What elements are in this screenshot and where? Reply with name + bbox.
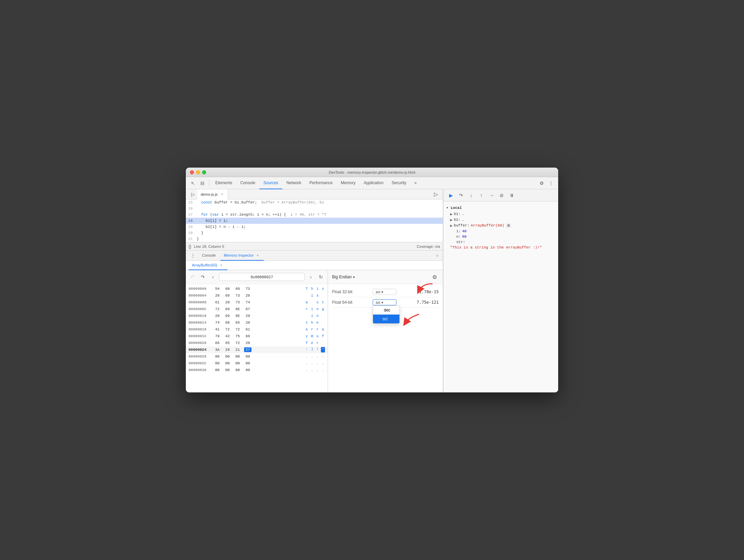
array-buffer-tab-bar: ArrayBuffer(60) ×	[186, 261, 443, 270]
endian-selector[interactable]: Big Endian ▾	[332, 275, 355, 279]
pause-button[interactable]: ⏸	[507, 191, 517, 200]
code-line-20: 20 }	[186, 230, 443, 236]
sources-panel-icon[interactable]: ▷	[189, 190, 197, 199]
float64-format-select[interactable]: sci ▾	[373, 299, 396, 305]
file-tab[interactable]: demo-js.js ×	[197, 189, 228, 199]
scope-b2: ▶ b2: …	[446, 217, 555, 223]
address-input[interactable]	[219, 273, 305, 281]
nav-forward-button[interactable]: ↷	[199, 273, 207, 281]
tab-network[interactable]: Network	[282, 177, 305, 189]
array-buffer-tab[interactable]: ArrayBuffer(60) ×	[189, 261, 227, 270]
scope-i: i: 40	[446, 229, 555, 234]
float32-chevron: ▾	[381, 290, 383, 294]
hex-row-18: 00000018 41 72 72 61 A	[186, 326, 328, 333]
step-button[interactable]: →	[487, 191, 496, 200]
hex-row-30: 00000030 00 00 00 00 .	[186, 367, 328, 373]
nav-back-button[interactable]: ↶	[189, 273, 197, 281]
cursor-position: Line 18, Column 5	[194, 244, 224, 249]
hex-row-14: 00000014 74 68 65 20 t	[186, 319, 328, 326]
bottom-panel: ⋮ Console Memory Inspector × ×	[186, 250, 443, 392]
separator	[209, 180, 209, 187]
bottom-panel-toggle[interactable]: ⋮	[189, 251, 197, 260]
hex-row-4: 00000004 20 69 73 20	[186, 292, 328, 299]
tab-sources[interactable]: Sources	[259, 177, 282, 189]
tab-console[interactable]: Console	[236, 177, 259, 189]
tab-application[interactable]: Application	[359, 177, 388, 189]
hex-row-1c: 0000001C 79 42 75 66 y	[186, 333, 328, 340]
resume-button[interactable]: ▶	[446, 191, 456, 200]
bottom-panel-close[interactable]: ×	[435, 253, 440, 258]
inspector-toolbar: Big Endian ▾ ⚙	[328, 270, 443, 284]
option-dec[interactable]: dec	[373, 306, 399, 315]
main-content: ▷ demo-js.js × ▷ 15 const buffer = b1.bu…	[186, 189, 558, 392]
tab-memory[interactable]: Memory	[337, 177, 359, 189]
hex-row-2c: 0000002C 00 00 00 00 .	[186, 360, 328, 367]
tab-more[interactable]: »	[410, 177, 421, 189]
hex-row-10: 00000010 20 69 6E 20	[186, 313, 328, 319]
hex-row-0: 00000000 54 68 69 73 T	[186, 285, 328, 292]
status-bar: {} Line 18, Column 5 Coverage: n/a	[186, 242, 443, 250]
tab-elements[interactable]: Elements	[211, 177, 236, 189]
step-into-button[interactable]: ↓	[466, 191, 476, 200]
device-icon[interactable]: ⊟	[198, 179, 207, 188]
code-editor: 15 const buffer = b1.buffer; buffer = Ar…	[186, 199, 443, 242]
nav-prev-button[interactable]: ‹	[209, 273, 217, 281]
filename: demo-js.js	[201, 192, 218, 196]
expand-b2[interactable]: ▶	[450, 218, 453, 222]
minimize-button[interactable]	[196, 170, 200, 174]
refresh-button[interactable]: ↻	[317, 273, 325, 281]
float32-format-select[interactable]: sci ▾	[373, 289, 396, 295]
run-snippet-button[interactable]: ▷	[432, 190, 440, 198]
close-button[interactable]	[190, 170, 194, 174]
more-options-icon[interactable]: ⋮	[547, 179, 555, 188]
left-panel: ▷ demo-js.js × ▷ 15 const buffer = b1.bu…	[186, 189, 443, 392]
hex-row-c: 0000000C 72 69 6E 67 r	[186, 306, 328, 313]
code-line-18: 18 b1[i] = i;	[186, 218, 443, 224]
coverage-status: Coverage: n/a	[417, 244, 440, 249]
float32-format: sci ▾	[373, 289, 396, 295]
step-over-button[interactable]: ↷	[456, 191, 466, 200]
inspector-settings-button[interactable]: ⚙	[431, 273, 439, 281]
hex-row-24: 00000024 3A 29 21 27 :	[186, 346, 328, 353]
devtools: ↖ ⊟ Elements Console Sources Network Per…	[186, 177, 558, 392]
hex-rows: 00000000 54 68 69 73 T	[186, 284, 328, 392]
float64-row: Float 64-bit sci ▾	[332, 297, 439, 308]
cursor-icon[interactable]: ↖	[189, 179, 197, 188]
hex-row-28: 00000028 00 00 00 00 .	[186, 353, 328, 360]
browser-window: DevTools - memory-inspector.glitch.me/de…	[186, 168, 558, 392]
expand-buffer[interactable]: ▶	[450, 223, 453, 228]
tab-console-bottom[interactable]: Console	[199, 251, 219, 261]
hex-nav: ↶ ↷ ‹ › ↻	[186, 270, 328, 284]
tab-performance[interactable]: Performance	[305, 177, 337, 189]
maximize-button[interactable]	[202, 170, 206, 174]
memory-inspector-close[interactable]: ×	[255, 253, 260, 258]
float32-label: Float 32-bit	[332, 289, 373, 294]
expand-b1[interactable]: ▶	[450, 212, 453, 216]
hex-row-20: 00000020 66 65 72 20 f	[186, 340, 328, 346]
array-buffer-close[interactable]: ×	[219, 262, 224, 268]
endian-chevron: ▾	[353, 275, 355, 279]
local-scope-header[interactable]: ▾ Local	[446, 204, 555, 211]
scope-n: n: 60	[446, 234, 555, 239]
file-close-button[interactable]: ×	[220, 192, 224, 197]
tab-security[interactable]: Security	[388, 177, 410, 189]
step-out-button[interactable]: ↑	[477, 191, 486, 200]
deactivate-button[interactable]: ⊘	[497, 191, 506, 200]
code-line-21: 21 }	[186, 236, 443, 242]
settings-icon[interactable]: ⚙	[537, 179, 546, 188]
format-dropdown: dec ✓ sci	[373, 305, 400, 324]
inspector-rows: Float 32-bit sci ▾ 1.78e-15	[328, 284, 443, 392]
code-line-16: 16	[186, 206, 443, 212]
memory-inspector: ArrayBuffer(60) × ↶ ↷ ‹	[186, 261, 443, 392]
code-line-17: 17 for (var i = str.length; i < n; ++i) …	[186, 212, 443, 218]
nav-next-button[interactable]: ›	[307, 273, 315, 281]
scope-buffer: ▶ buffer: ArrayBuffer(60) ⊞	[446, 223, 555, 229]
float64-label: Float 64-bit	[332, 300, 373, 305]
tab-memory-inspector[interactable]: Memory Inspector ×	[220, 251, 264, 261]
float64-value: 7.75e-121	[417, 300, 439, 305]
option-sci[interactable]: ✓ sci	[373, 315, 399, 323]
debug-panel: ▾ Local ▶ b1: … ▶ b2: … ▶ buffer:	[443, 201, 558, 392]
braces-icon: {}	[189, 244, 191, 249]
top-toolbar: ↖ ⊟ Elements Console Sources Network Per…	[186, 177, 558, 189]
float64-chevron: ▾	[381, 301, 383, 304]
